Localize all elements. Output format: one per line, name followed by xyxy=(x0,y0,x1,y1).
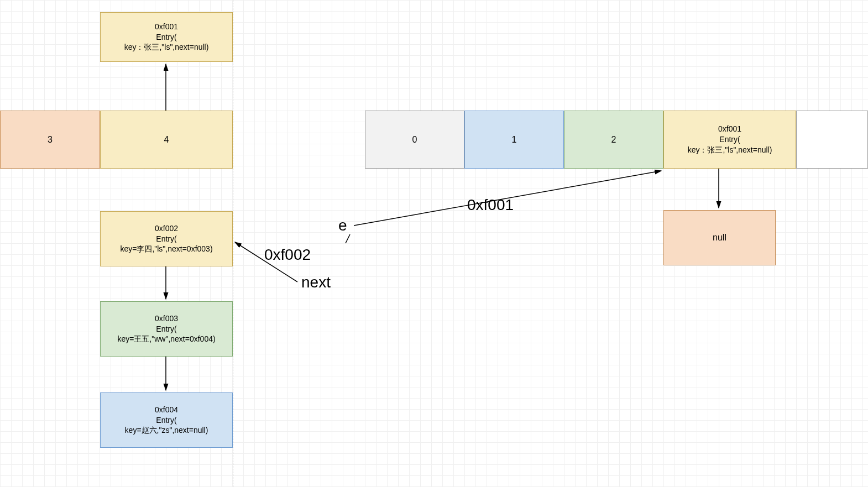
entry-label: Entry( xyxy=(156,234,176,244)
entry-detail: key：张三,"ls",next=null) xyxy=(124,42,209,53)
entry-label: Entry( xyxy=(156,324,176,334)
entry-address: 0xf002 xyxy=(155,223,178,234)
array-cell-partial xyxy=(796,111,868,169)
label-e: e xyxy=(338,217,347,234)
cell-index: 3 xyxy=(48,134,53,146)
array-cell-3-entry: 0xf001 Entry( key：张三,"ls",next=null) xyxy=(663,111,796,169)
entry-address: 0xf001 xyxy=(718,124,741,134)
entry-node-0xf003: 0xf003 Entry( key=王五,"ww",next=0xf004) xyxy=(100,301,233,357)
entry-detail: key：张三,"ls",next=null) xyxy=(688,145,772,155)
label-next: next xyxy=(301,274,331,291)
label-0xf002: 0xf002 xyxy=(264,246,311,264)
entry-node-0xf001-top: 0xf001 Entry( key：张三,"ls",next=null) xyxy=(100,12,233,62)
dashed-guide-line xyxy=(233,0,233,487)
entry-node-0xf002: 0xf002 Entry( key=李四,"ls",next=0xf003) xyxy=(100,211,233,266)
entry-detail: key=李四,"ls",next=0xf003) xyxy=(120,244,212,254)
entry-label: Entry( xyxy=(156,32,176,43)
label-0xf001: 0xf001 xyxy=(467,196,514,214)
entry-address: 0xf001 xyxy=(155,22,178,32)
null-label: null xyxy=(713,232,726,244)
cell-index: 4 xyxy=(164,134,169,146)
null-node: null xyxy=(663,210,776,265)
cell-index: 0 xyxy=(412,134,417,146)
entry-detail: key=王五,"ww",next=0xf004) xyxy=(117,334,215,344)
entry-label: Entry( xyxy=(719,134,740,145)
entry-address: 0xf004 xyxy=(155,405,178,415)
array-cell-4: 4 xyxy=(100,111,233,169)
cell-index: 2 xyxy=(611,134,616,146)
entry-address: 0xf003 xyxy=(155,313,178,324)
entry-label: Entry( xyxy=(156,415,176,426)
entry-node-0xf004: 0xf004 Entry( key=赵六,"zs",next=null) xyxy=(100,392,233,448)
entry-detail: key=赵六,"zs",next=null) xyxy=(125,425,208,436)
array-cell-3: 3 xyxy=(0,111,100,169)
array-cell-0: 0 xyxy=(365,111,464,169)
array-cell-2: 2 xyxy=(564,111,663,169)
array-cell-1: 1 xyxy=(464,111,564,169)
cell-index: 1 xyxy=(512,134,517,146)
